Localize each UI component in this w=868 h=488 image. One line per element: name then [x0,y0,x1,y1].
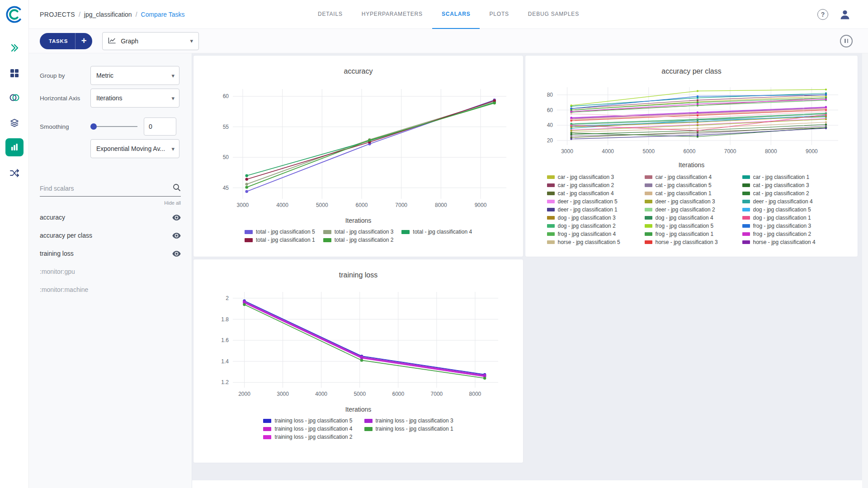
legend-item[interactable]: total - jpg classification 4 [401,229,472,235]
legend-item[interactable]: total - jpg classification 2 [323,237,394,243]
legend-swatch [645,216,652,220]
legend-item[interactable]: training loss - jpg classification 1 [364,426,453,432]
visibility-eye-icon[interactable] [172,251,181,257]
accuracy-plot[interactable]: 300040005000600070008000900045505560 [200,82,516,215]
metric-row-monitor-machine[interactable]: :monitor:machine [40,281,181,299]
legend-item[interactable]: frog - jpg classification 1 [645,230,739,238]
legend-item[interactable]: frog - jpg classification 3 [742,222,836,230]
horizontal-scrollbar-track[interactable] [192,480,862,488]
legend-swatch [645,200,652,203]
tab-plots[interactable]: PLOTS [480,0,519,29]
legend-item[interactable]: total - jpg classification 1 [245,237,315,243]
legend-item[interactable]: horse - jpg classification 3 [645,238,739,246]
visibility-eye-icon[interactable] [172,215,181,221]
breadcrumb-compare-tasks[interactable]: Compare Tasks [141,11,185,18]
smoothing-type-value: Exponential Moving Av... [96,145,165,152]
charts-area: accuracy 3000400050006000700080009000455… [192,53,868,488]
workers-queues-icon[interactable] [5,164,24,182]
svg-text:60: 60 [547,107,553,113]
breadcrumb-projects[interactable]: PROJECTS [40,11,75,18]
accuracy-per-class-plot[interactable]: 300040005000600070008000900020406080 [533,82,850,160]
legend-swatch [645,208,652,211]
tab-scalars[interactable]: SCALARS [432,0,480,29]
breadcrumb-project-name[interactable]: jpg_classification [84,11,132,18]
legend-label: frog - jpg classification 5 [656,223,714,229]
legend-item[interactable]: car - jpg classification 2 [547,181,641,189]
legend-item[interactable]: car - jpg classification 4 [645,173,739,181]
chart-card-training-loss: training loss 20003000400050006000700080… [193,259,524,463]
find-scalars-input[interactable] [40,185,173,192]
experiments-compare-icon[interactable] [5,138,24,156]
legend-item[interactable]: cat - jpg classification 2 [742,189,836,197]
legend-item[interactable]: training loss - jpg classification 3 [364,418,453,424]
slider-knob[interactable] [90,123,97,130]
legend-item[interactable]: cat - jpg classification 3 [742,181,836,189]
help-icon[interactable]: ? [817,9,828,20]
legend-item[interactable]: deer - jpg classification 3 [645,197,739,205]
legend-item[interactable]: dog - jpg classification 3 [547,214,641,221]
legend-item[interactable]: cat - jpg classification 1 [645,189,739,197]
clearml-logo[interactable] [5,5,24,23]
legend-item[interactable]: total - jpg classification 3 [323,229,394,235]
legend-item[interactable]: horse - jpg classification 5 [547,238,641,246]
legend-item[interactable]: frog - jpg classification 4 [547,230,641,238]
projects-icon[interactable] [5,64,24,82]
legend-item[interactable]: dog - jpg classification 2 [547,222,641,230]
legend-item[interactable]: training loss - jpg classification 4 [263,426,352,432]
tab-hyperparameters[interactable]: HYPERPARAMETERS [352,0,432,29]
svg-text:6000: 6000 [683,148,695,155]
legend-item[interactable]: deer - jpg classification 2 [645,206,739,213]
legend-label: cat - jpg classification 2 [753,190,809,197]
visibility-eye-icon[interactable] [172,233,181,239]
legend-item[interactable]: deer - jpg classification 1 [547,206,641,213]
metric-row-accuracy[interactable]: accuracy [40,208,181,226]
legend-item[interactable]: deer - jpg classification 5 [547,197,641,205]
legend-item[interactable]: frog - jpg classification 5 [645,222,739,230]
datasets-icon[interactable] [5,89,24,107]
legend-label: frog - jpg classification 3 [753,223,811,229]
chart-legend: car - jpg classification 3car - jpg clas… [529,173,854,246]
search-icon[interactable] [173,183,181,193]
tab-details[interactable]: DETAILS [308,0,352,29]
legend-item[interactable]: horse - jpg classification 4 [742,238,836,246]
legend-item[interactable]: cat - jpg classification 5 [645,181,739,189]
legend-item[interactable]: dog - jpg classification 5 [742,206,836,213]
metric-row-monitor-gpu[interactable]: :monitor:gpu [40,263,181,281]
legend-swatch [245,230,253,234]
legend-item[interactable]: dog - jpg classification 1 [742,214,836,221]
legend-item[interactable]: training loss - jpg classification 2 [263,434,352,440]
scrollbar-track[interactable] [862,53,868,488]
hide-all-link[interactable]: Hide all [40,200,181,206]
reports-icon[interactable] [5,114,24,132]
tasks-button[interactable]: TASKS [40,38,75,44]
svg-text:5000: 5000 [354,391,366,397]
training-loss-plot[interactable]: 20003000400050006000700080001.21.41.61.8… [200,286,516,404]
smoothing-input[interactable] [144,117,176,136]
legend-label: deer - jpg classification 4 [753,198,813,205]
legend-item[interactable]: deer - jpg classification 4 [742,197,836,205]
smoothing-type-select[interactable]: Exponential Moving Av... ▾ [90,139,179,158]
metric-row-accuracy-per-class[interactable]: accuracy per class [40,226,181,244]
horizontal-axis-select[interactable]: Iterations ▾ [90,89,179,108]
auto-refresh-toggle[interactable] [840,35,853,47]
slider-track [90,126,137,127]
tab-debug-samples[interactable]: DEBUG SAMPLES [519,0,589,29]
group-by-select[interactable]: Metric ▾ [90,66,179,85]
legend-item[interactable]: cat - jpg classification 4 [547,189,641,197]
metric-row-training-loss[interactable]: training loss [40,244,181,263]
legend-item[interactable]: frog - jpg classification 2 [742,230,836,238]
legend-item[interactable]: total - jpg classification 5 [245,229,315,235]
legend-item[interactable]: car - jpg classification 3 [547,173,641,181]
legend-item[interactable]: car - jpg classification 1 [742,173,836,181]
getting-started-icon[interactable] [5,39,24,57]
svg-text:8000: 8000 [435,202,447,208]
legend-label: total - jpg classification 2 [335,237,394,243]
view-mode-select[interactable]: Graph ▾ [102,32,199,50]
legend-label: deer - jpg classification 1 [558,206,618,213]
legend-item[interactable]: dog - jpg classification 4 [645,214,739,221]
user-avatar[interactable] [838,8,852,21]
add-task-button[interactable]: + [75,33,92,49]
smoothing-slider[interactable] [90,122,137,131]
legend-item[interactable]: training loss - jpg classification 5 [263,418,352,424]
legend-label: total - jpg classification 4 [413,229,472,235]
